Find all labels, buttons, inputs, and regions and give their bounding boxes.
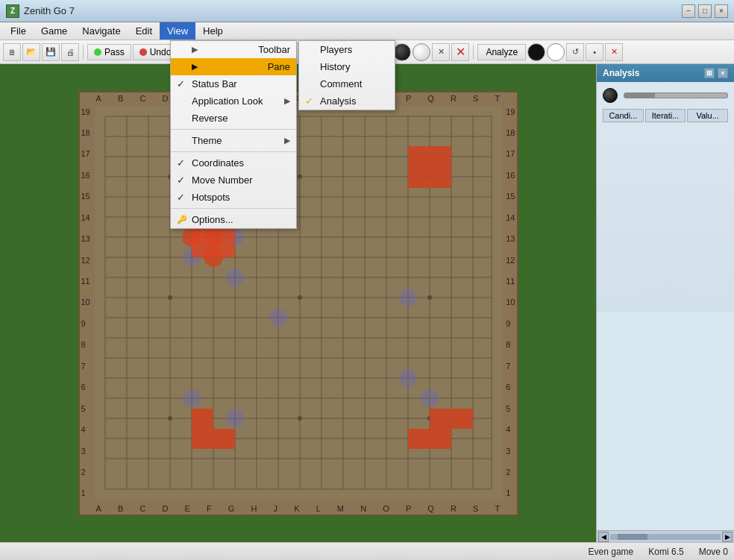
svg-point-51 [226,268,244,286]
separator-2 [171,151,296,152]
pane-players[interactable]: Players [299,41,395,58]
status-bar: Even game Komi 6.5 Move 0 [0,542,734,560]
menu-application-look[interactable]: Application Look ▶ [171,92,296,110]
theme-arrow: ▶ [284,136,290,145]
white-stone-icon [413,43,430,61]
settings-button[interactable]: ✕ [451,43,469,61]
analysis-progress-fill [624,93,655,98]
svg-point-52 [269,309,287,327]
svg-point-46 [298,416,302,421]
maximize-button[interactable]: □ [698,4,712,18]
svg-point-56 [399,369,417,387]
menu-status-bar[interactable]: ✓ Status Bar [171,75,296,92]
move-number-check: ✓ [177,174,185,186]
svg-point-55 [226,409,244,427]
analysis-col-iterations: Iterati... [645,109,686,122]
white-circle-btn[interactable] [547,43,565,61]
separator-1 [83,45,84,60]
dot2-button[interactable]: • [586,43,603,61]
menu-toolbar[interactable]: ▶ Toolbar [171,41,296,58]
x-button[interactable]: ✕ [605,43,623,61]
svg-rect-69 [430,409,473,429]
undo-icon [139,48,147,56]
svg-point-42 [168,295,172,300]
menu-reverse[interactable]: Reverse [171,110,296,127]
menu-file[interactable]: File [3,22,34,40]
hotspots-check: ✓ [177,192,185,203]
pane-label: Pane [268,61,290,72]
title-bar-left: Z Zenith Go 7 [6,4,75,18]
print-button[interactable]: 🖨 [61,43,79,61]
pane-history[interactable]: History [299,58,395,75]
pass-button[interactable]: Pass [87,44,131,60]
pass-label: Pass [104,47,125,57]
scroll-left-button[interactable]: ◀ [598,532,609,542]
main-area: ABCDEFGHJKLMNOPQRST 19181716151413121110… [0,64,734,542]
open-button[interactable]: 📂 [22,43,40,61]
players-label: Players [320,44,352,55]
menu-theme[interactable]: Theme ▶ [171,132,296,149]
pane-analysis[interactable]: ✓ Analysis [299,92,395,110]
scroll-track[interactable] [610,534,721,540]
analysis-stone-row [603,88,728,103]
analyze-button[interactable]: Analyze [477,44,526,60]
pane-submenu: Players History Comment ✓ Analysis [298,40,395,110]
new-button[interactable]: 🗎 [3,43,21,61]
menu-coordinates[interactable]: ✓ Coordinates [171,154,296,172]
scroll-thumb[interactable] [618,534,647,540]
window-controls[interactable]: − □ × [682,4,728,18]
svg-rect-67 [192,429,213,449]
move-number-label: Move Number [192,174,253,186]
menu-navigate[interactable]: Navigate [75,22,128,40]
menu-pane[interactable]: ▶ Pane [171,58,296,75]
menu-view[interactable]: View [160,22,195,40]
title-bar: Z Zenith Go 7 − □ × [0,0,734,22]
svg-rect-58 [408,146,430,167]
scroll-right-button[interactable]: ▶ [722,532,733,542]
analysis-pin-button[interactable]: ⊞ [704,68,715,78]
gear-button[interactable]: ✕ [432,43,450,61]
pass-icon [94,48,101,56]
board-wrapper: ABCDEFGHJKLMNOPQRST 19181716151413121110… [78,91,518,516]
svg-rect-68 [213,429,235,449]
status-komi: Komi 6.5 [648,547,683,557]
toolbar-arrow: ▶ [192,45,198,54]
svg-point-54 [183,389,201,407]
row-labels-left: 19181716151413121110987654321 [81,106,90,500]
undo-label: Undo [150,47,172,57]
menu-help[interactable]: Help [195,22,230,40]
minimize-button[interactable]: − [682,4,695,18]
board-grid[interactable] [95,106,502,500]
pane-comment[interactable]: Comment [299,75,395,92]
coordinates-label: Coordinates [192,157,244,169]
reverse-label: Reverse [192,113,228,124]
separator-5 [473,45,474,60]
menu-options[interactable]: 🔑 Options... [171,211,296,228]
analysis-check: ✓ [305,95,313,107]
separator-1 [171,129,296,130]
save-button[interactable]: 💾 [42,43,60,61]
black-stone [603,88,618,103]
window-title: Zenith Go 7 [24,5,75,16]
comment-label: Comment [320,78,362,89]
analysis-label: Analysis [320,95,356,107]
analysis-col-candidates: Candi... [603,109,644,122]
analysis-header-buttons[interactable]: ⊞ × [704,68,728,78]
analysis-header: Analysis ⊞ × [597,64,734,82]
refresh2-button[interactable]: ↺ [566,43,584,61]
menu-game[interactable]: Game [34,22,75,40]
menu-hotspots[interactable]: ✓ Hotspots [171,189,296,206]
analysis-empty-area [597,312,734,531]
menu-edit[interactable]: Edit [128,22,160,40]
col-labels-bottom: ABCDEFGHJKLMNOPQRST [95,504,502,513]
menu-move-number[interactable]: ✓ Move Number [171,172,296,189]
analysis-scrollbar: ◀ ▶ [597,530,734,542]
black-circle-btn[interactable] [527,43,545,61]
analysis-content: Candi... Iterati... Valu... [597,82,734,312]
close-button[interactable]: × [715,4,728,18]
theme-label: Theme [192,135,222,146]
svg-point-43 [298,295,302,300]
analysis-close-button[interactable]: × [718,68,728,78]
status-move: Move 0 [699,547,728,557]
svg-point-44 [427,295,432,300]
